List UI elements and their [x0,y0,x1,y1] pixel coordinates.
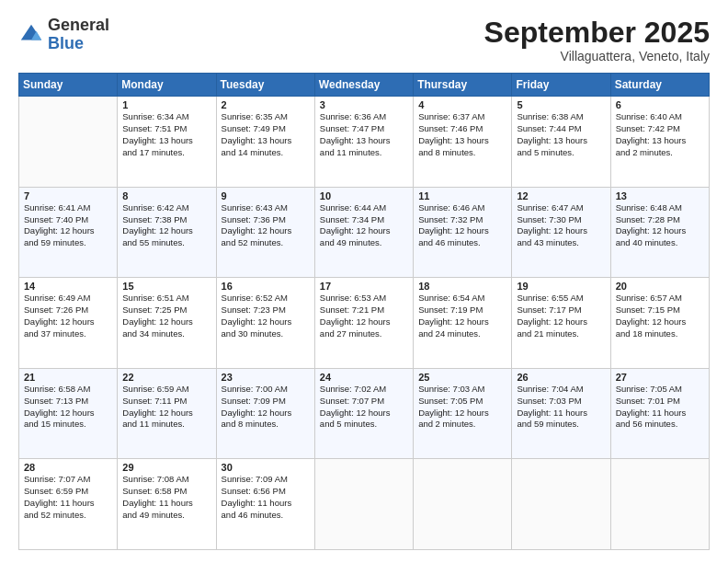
cell-info-line: Daylight: 12 hours [24,225,112,237]
cell-info-line: Sunrise: 7:08 AM [122,474,210,486]
cell-info-line: Daylight: 12 hours [418,316,506,328]
cell-info-line: Daylight: 13 hours [122,135,210,147]
cell-info-line: Sunset: 6:56 PM [222,486,310,498]
cell-info-line: Daylight: 12 hours [418,408,506,419]
cell-info-line: and 14 minutes. [222,147,310,159]
cell-info-line: Daylight: 11 hours [24,498,112,510]
cell-info-line: Daylight: 11 hours [517,408,605,419]
calendar-cell: 13Sunrise: 6:48 AMSunset: 7:28 PMDayligh… [610,187,709,278]
calendar-week-5: 28Sunrise: 7:07 AMSunset: 6:59 PMDayligh… [19,459,710,550]
day-number: 15 [122,281,210,292]
cell-info-line: Sunrise: 7:03 AM [418,384,506,396]
calendar-weekday-monday: Monday [118,74,216,97]
calendar-cell: 14Sunrise: 6:49 AMSunset: 7:26 PMDayligh… [19,278,118,369]
calendar-cell: 9Sunrise: 6:43 AMSunset: 7:36 PMDaylight… [216,187,314,278]
calendar-cell [414,459,512,550]
day-number: 22 [122,372,210,383]
calendar-cell: 30Sunrise: 7:09 AMSunset: 6:56 PMDayligh… [216,459,314,550]
cell-info-line: Sunset: 7:36 PM [222,214,310,226]
cell-info-line: and 2 minutes. [418,419,506,431]
page: General Blue September 2025 Villaguatter… [0,0,728,563]
cell-info-line: Sunset: 7:30 PM [517,214,605,226]
calendar-cell: 2Sunrise: 6:35 AMSunset: 7:49 PMDaylight… [216,97,314,188]
cell-info-line: Daylight: 12 hours [320,316,408,328]
cell-info-line: Daylight: 13 hours [320,135,408,147]
cell-info-line: Sunset: 7:44 PM [517,123,605,135]
day-number: 10 [320,190,408,201]
day-number: 30 [222,462,310,473]
day-number: 8 [122,190,210,201]
calendar-weekday-thursday: Thursday [414,74,512,97]
cell-info-line: Sunrise: 6:41 AM [24,202,112,214]
cell-info-line: Sunrise: 6:46 AM [418,202,506,214]
calendar-cell: 17Sunrise: 6:53 AMSunset: 7:21 PMDayligh… [314,278,413,369]
cell-info-line: Sunrise: 6:34 AM [122,111,210,123]
calendar-cell [610,459,709,550]
calendar-weekday-saturday: Saturday [610,74,709,97]
cell-info-line: Daylight: 13 hours [222,135,310,147]
day-number: 24 [320,372,408,383]
calendar-cell: 27Sunrise: 7:05 AMSunset: 7:01 PMDayligh… [610,368,709,459]
cell-info-line: Daylight: 12 hours [418,225,506,237]
day-number: 7 [24,190,112,201]
day-number: 2 [222,99,310,110]
logo-general: General [48,17,109,35]
cell-info-line: and 21 minutes. [517,328,605,340]
cell-info-line: Sunrise: 6:47 AM [517,202,605,214]
calendar-cell: 24Sunrise: 7:02 AMSunset: 7:07 PMDayligh… [314,368,413,459]
cell-info-line: and 18 minutes. [616,328,704,340]
calendar-cell: 10Sunrise: 6:44 AMSunset: 7:34 PMDayligh… [314,187,413,278]
calendar-cell [512,459,610,550]
day-number: 6 [616,99,704,110]
cell-info-line: Sunset: 7:40 PM [24,214,112,226]
calendar-cell: 19Sunrise: 6:55 AMSunset: 7:17 PMDayligh… [512,278,610,369]
calendar-cell: 6Sunrise: 6:40 AMSunset: 7:42 PMDaylight… [610,97,709,188]
calendar-cell: 29Sunrise: 7:08 AMSunset: 6:58 PMDayligh… [118,459,216,550]
calendar-cell: 7Sunrise: 6:41 AMSunset: 7:40 PMDaylight… [19,187,118,278]
cell-info-line: and 15 minutes. [24,419,112,431]
cell-info-line: Daylight: 13 hours [616,135,704,147]
calendar-cell: 5Sunrise: 6:38 AMSunset: 7:44 PMDaylight… [512,97,610,188]
cell-info-line: Sunset: 7:26 PM [24,304,112,316]
day-number: 13 [616,190,704,201]
cell-info-line: Sunrise: 6:48 AM [616,202,704,214]
cell-info-line: and 30 minutes. [222,328,310,340]
cell-info-line: and 8 minutes. [418,147,506,159]
cell-info-line: and 2 minutes. [616,147,704,159]
cell-info-line: Sunset: 7:46 PM [418,123,506,135]
calendar-cell [314,459,413,550]
calendar-week-1: 1Sunrise: 6:34 AMSunset: 7:51 PMDaylight… [19,97,710,188]
cell-info-line: Daylight: 12 hours [616,225,704,237]
calendar-cell [19,97,118,188]
cell-info-line: and 24 minutes. [418,328,506,340]
cell-info-line: Sunset: 7:11 PM [122,396,210,408]
calendar-week-2: 7Sunrise: 6:41 AMSunset: 7:40 PMDaylight… [19,187,710,278]
cell-info-line: Sunset: 7:42 PM [616,123,704,135]
cell-info-line: Sunset: 7:15 PM [616,304,704,316]
calendar-weekday-tuesday: Tuesday [216,74,314,97]
cell-info-line: Sunrise: 6:51 AM [122,293,210,304]
cell-info-line: and 17 minutes. [122,147,210,159]
month-title: September 2025 [484,17,710,49]
cell-info-line: Sunset: 6:59 PM [24,486,112,498]
calendar-cell: 4Sunrise: 6:37 AMSunset: 7:46 PMDaylight… [414,97,512,188]
cell-info-line: Daylight: 12 hours [122,225,210,237]
cell-info-line: Sunset: 7:21 PM [320,304,408,316]
calendar-cell: 22Sunrise: 6:59 AMSunset: 7:11 PMDayligh… [118,368,216,459]
cell-info-line: Daylight: 12 hours [320,225,408,237]
cell-info-line: Daylight: 13 hours [517,135,605,147]
cell-info-line: Daylight: 12 hours [222,316,310,328]
cell-info-line: Sunset: 7:19 PM [418,304,506,316]
calendar-week-3: 14Sunrise: 6:49 AMSunset: 7:26 PMDayligh… [19,278,710,369]
cell-info-line: and 5 minutes. [320,419,408,431]
cell-info-line: Sunset: 7:01 PM [616,396,704,408]
day-number: 28 [24,462,112,473]
cell-info-line: Sunset: 7:51 PM [122,123,210,135]
logo: General Blue [18,17,109,53]
cell-info-line: Daylight: 12 hours [517,225,605,237]
cell-info-line: and 37 minutes. [24,328,112,340]
day-number: 25 [418,372,506,383]
cell-info-line: and 11 minutes. [122,419,210,431]
cell-info-line: Sunrise: 6:42 AM [122,202,210,214]
calendar-cell: 20Sunrise: 6:57 AMSunset: 7:15 PMDayligh… [610,278,709,369]
